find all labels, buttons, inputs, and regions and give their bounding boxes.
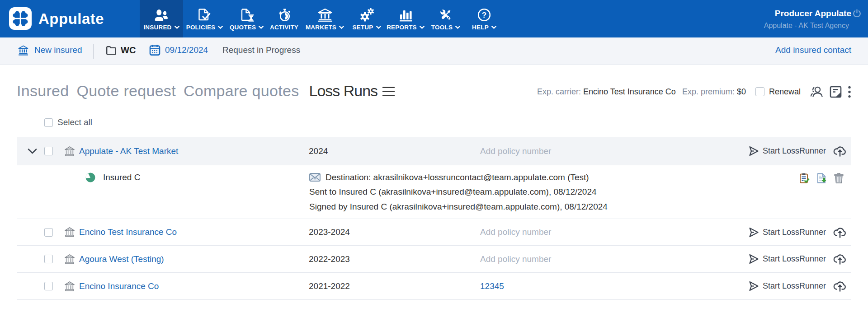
svg-text:?: ? [482, 11, 486, 19]
